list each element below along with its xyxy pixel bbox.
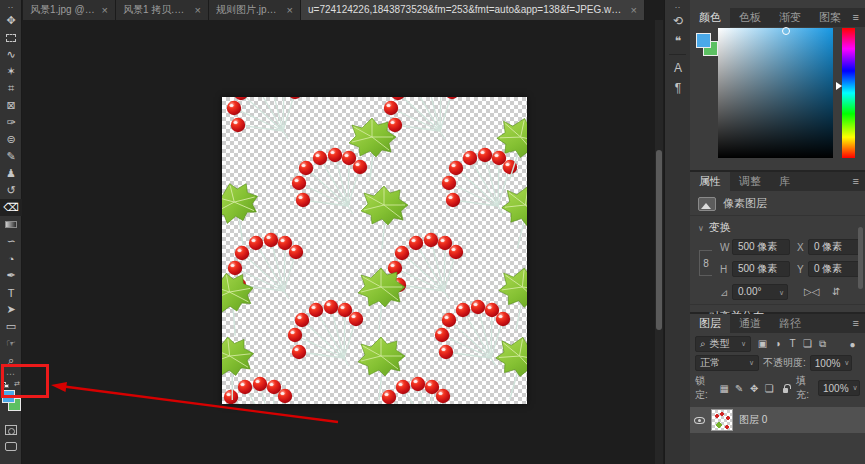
opacity-dropdown[interactable]: 100% ∨ [810, 355, 852, 371]
tab-属性[interactable]: 属性 [690, 172, 730, 191]
gradient-tool[interactable] [0, 216, 22, 233]
pattern-berry-cluster [288, 300, 363, 366]
filter-pixel-layers-icon[interactable]: ▣ [755, 338, 770, 350]
screen-mode-button[interactable] [5, 442, 17, 451]
tab-title: u=724124226,1843873529&fm=253&fmt=auto&a… [308, 3, 625, 17]
properties-panel: 属性调整库≡ 像素图层 ∨变换 8 W 500 像素 X 0 像素 H 500 … [690, 172, 865, 312]
healing-brush-tool[interactable]: ⊜ [0, 131, 22, 148]
foreground-color-swatch[interactable] [2, 390, 15, 403]
layer-visibility-eye-icon[interactable] [694, 417, 705, 424]
tab-title: 规则图片.jpg @ 300... [216, 3, 281, 17]
tab-渐变[interactable]: 渐变 [770, 8, 810, 27]
eraser-tool[interactable]: ⌫ [0, 199, 22, 216]
tab-路径[interactable]: 路径 [770, 314, 810, 333]
tab-title: 风景1.jpg @ 100%(R... [30, 3, 96, 17]
flip-vertical-icon[interactable]: ⇵ [832, 286, 840, 297]
blend-mode-dropdown[interactable]: 正常 ∨ [695, 355, 759, 371]
document-tab-4[interactable]: u=724124226,1843873529&fm=253&fmt=auto&a… [301, 0, 645, 20]
filter-shape-layers-icon[interactable]: ❏ [800, 338, 815, 350]
type-tool[interactable]: T [0, 284, 22, 301]
paragraph-panel-icon[interactable]: ¶ [665, 78, 691, 98]
properties-scrollbar-thumb[interactable] [858, 227, 863, 289]
flip-horizontal-icon[interactable]: ▷◁ [804, 286, 819, 297]
quick-mask-mode-button[interactable] [5, 425, 17, 435]
hand-tool[interactable]: ☞ [0, 335, 22, 352]
document-tab-2[interactable]: 风景1 拷贝.psd @ 1...× [116, 0, 209, 20]
lock-artboard-icon[interactable]: ❏ [762, 383, 777, 394]
pen-tool[interactable]: ✒ [0, 267, 22, 284]
y-field[interactable]: 0 像素 [808, 261, 860, 277]
panel-menu-icon[interactable]: ≡ [853, 314, 859, 333]
y-label: Y [797, 264, 804, 275]
document-tab-1[interactable]: 风景1.jpg @ 100%(R...× [23, 0, 116, 20]
default-colors-icon[interactable] [1, 382, 10, 389]
frame-tool[interactable]: ⊠ [0, 97, 22, 114]
layer-row[interactable]: 图层 0 [690, 407, 865, 433]
eyedropper-tool[interactable]: ✑ [0, 114, 22, 131]
marquee-tool[interactable] [0, 29, 22, 46]
tab-close-icon[interactable]: × [631, 4, 637, 16]
saturation-brightness-field[interactable] [718, 28, 833, 158]
layer-thumbnail[interactable] [711, 409, 733, 431]
move-tool[interactable]: ✥ [0, 12, 22, 29]
toolbar-collapse-icon[interactable]: ‥ [0, 0, 21, 12]
lock-all-icon[interactable] [783, 388, 788, 393]
brush-tool[interactable]: ✎ [0, 148, 22, 165]
right-panel-column: 颜色色板渐变图案≡ 属性调整库≡ 像素图层 ∨变换 8 [690, 0, 865, 464]
dock-collapse-icon[interactable]: ‥ [665, 0, 690, 11]
tab-close-icon[interactable]: × [102, 4, 108, 16]
panel-menu-icon[interactable]: ≡ [853, 172, 859, 191]
tab-图层[interactable]: 图层 [690, 314, 730, 333]
hue-marker-icon[interactable] [836, 82, 842, 90]
filter-pin-icon[interactable]: ● [845, 339, 860, 350]
character-panel-icon[interactable]: A [665, 58, 691, 78]
lasso-tool[interactable]: ∿ [0, 46, 22, 63]
zoom-tool[interactable]: ⌕ [0, 352, 22, 369]
photoshop-window: ‥ ✥∿✶⌗⊠✑⊜✎♟↺⌫∽◔✒T➤▭☞⌕ ⋯ ⇄ 风景1.jpg @ 100%… [0, 0, 865, 464]
chevron-down-icon[interactable]: ∨ [779, 285, 784, 300]
clone-stamp-tool[interactable]: ♟ [0, 165, 22, 182]
crop-tool[interactable]: ⌗ [0, 80, 22, 97]
layer-filter-kind-dropdown[interactable]: ⌕ 类型 ∨ [695, 336, 751, 352]
swap-colors-icon[interactable]: ⇄ [14, 380, 20, 388]
tab-close-icon[interactable]: × [287, 4, 293, 16]
filter-type-layers-icon[interactable]: T [785, 338, 800, 350]
link-dimensions-icon[interactable]: 8 [699, 250, 712, 276]
comments-panel-icon[interactable]: ❝ [665, 31, 691, 51]
scrollbar-thumb[interactable] [656, 150, 662, 330]
document-canvas[interactable] [222, 97, 527, 404]
angle-field[interactable]: 0.00°∨ [732, 284, 788, 300]
blur-tool[interactable]: ∽ [0, 233, 22, 250]
tab-图案[interactable]: 图案 [810, 8, 850, 27]
shape-tool[interactable]: ▭ [0, 318, 22, 335]
tab-通道[interactable]: 通道 [730, 314, 770, 333]
panel-foreground-swatch[interactable] [696, 33, 711, 48]
tab-颜色[interactable]: 颜色 [690, 8, 730, 27]
hue-slider[interactable] [842, 28, 855, 158]
path-selection-tool[interactable]: ➤ [0, 301, 22, 318]
canvas-vertical-scrollbar[interactable] [655, 20, 663, 464]
document-tab-3[interactable]: 规则图片.jpg @ 300...× [209, 0, 301, 20]
lock-position-icon[interactable]: ✥ [747, 383, 762, 394]
tab-色板[interactable]: 色板 [730, 8, 770, 27]
filter-smart-objects-icon[interactable]: ⧉ [815, 338, 830, 350]
filter-adjustment-layers-icon[interactable]: ◑ [770, 338, 785, 350]
tab-调整[interactable]: 调整 [730, 172, 770, 191]
width-field[interactable]: 500 像素 [732, 239, 790, 255]
tab-库[interactable]: 库 [770, 172, 799, 191]
quick-selection-tool[interactable]: ✶ [0, 63, 22, 80]
lock-image-pixels-icon[interactable]: ✎ [732, 383, 747, 394]
dodge-tool[interactable]: ◔ [0, 250, 22, 267]
transform-grid: 8 W 500 像素 X 0 像素 H 500 像素 Y 0 像素 ⊿ 0.00… [696, 238, 859, 304]
history-brush-tool[interactable]: ↺ [0, 182, 22, 199]
x-field[interactable]: 0 像素 [808, 239, 860, 255]
height-field[interactable]: 500 像素 [732, 261, 790, 277]
history-panel-icon[interactable]: ⟲ [665, 11, 691, 31]
panel-menu-icon[interactable]: ≡ [853, 8, 859, 27]
layer-name[interactable]: 图层 0 [739, 413, 767, 427]
color-selector-circle[interactable] [782, 27, 790, 35]
tab-close-icon[interactable]: × [195, 4, 201, 16]
lock-transparent-pixels-icon[interactable]: ▦ [717, 383, 732, 394]
fill-dropdown[interactable]: 100% ∨ [818, 380, 860, 396]
transform-section-header[interactable]: ∨变换 [690, 216, 865, 237]
